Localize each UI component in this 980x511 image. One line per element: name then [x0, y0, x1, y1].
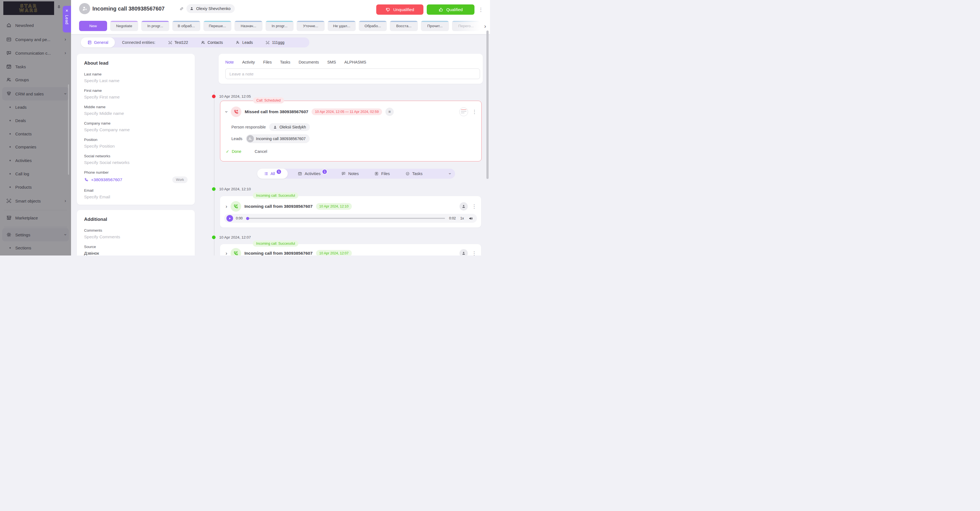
- filter-all[interactable]: All 5: [257, 169, 288, 179]
- stage-chip-new[interactable]: New: [79, 21, 107, 31]
- incoming-call-icon: [231, 201, 241, 212]
- cancel-button[interactable]: Cancel: [255, 149, 267, 154]
- note-card: Note Activity Files Tasks Documents SMS …: [219, 54, 483, 84]
- stage-chip-in-progress[interactable]: In progr...: [141, 21, 169, 31]
- feed-filter-bar: All 5 Activities 1 Notes Files Tasks ›: [257, 169, 455, 179]
- tab-alphasms[interactable]: ALPHASMS: [344, 60, 366, 64]
- card-kebab-menu[interactable]: ⋮: [472, 109, 477, 114]
- avatar[interactable]: [460, 249, 468, 256]
- field-comments[interactable]: Comments Specify Comments: [84, 228, 188, 239]
- copy-link-icon[interactable]: [179, 6, 184, 11]
- stage-chip-pereshe[interactable]: Переше...: [204, 21, 231, 31]
- unqualified-button[interactable]: Unqualified: [376, 5, 423, 15]
- play-button[interactable]: [226, 215, 233, 222]
- field-last-name[interactable]: Last name Specify Last name: [84, 72, 188, 83]
- timeline-dot-green: [212, 187, 216, 191]
- filter-tasks[interactable]: Tasks: [406, 172, 423, 176]
- avatar[interactable]: [460, 202, 468, 210]
- header-kebab-menu[interactable]: ⋮: [478, 7, 483, 12]
- tab-entity-111ggg[interactable]: 111ggg: [266, 40, 285, 45]
- stage-chip-negotiate[interactable]: Negotiate: [110, 21, 138, 31]
- person-icon: [189, 6, 194, 11]
- close-icon[interactable]: ✕: [65, 9, 68, 13]
- pipeline-stages: New Negotiate In progr... В обраб... Пер…: [79, 21, 486, 31]
- incoming-call-icon: [231, 248, 241, 256]
- filter-activities[interactable]: Activities 1: [298, 172, 327, 176]
- person-responsible-label: Person responsible: [231, 125, 266, 129]
- stage-chip-v-obrab[interactable]: В обраб...: [172, 21, 200, 31]
- lead-panel-tab[interactable]: ✕ Lead: [63, 6, 71, 32]
- chat-icon: [341, 172, 346, 176]
- expand-icon[interactable]: ›: [226, 251, 227, 256]
- list-icon: [264, 172, 268, 176]
- additional-card: Additional Comments Specify Comments Sou…: [77, 210, 195, 256]
- about-lead-card: About lead Last name Specify Last name F…: [77, 54, 195, 205]
- expand-icon[interactable]: ›: [226, 204, 227, 209]
- tab-files[interactable]: Files: [263, 60, 272, 64]
- field-company-name[interactable]: Company name Specify Company name: [84, 121, 188, 132]
- stage-chip-vossta[interactable]: Восста...: [390, 21, 418, 31]
- owner-pill[interactable]: Olexiy Shevchenko: [186, 4, 235, 13]
- thumbs-up-icon: [438, 7, 443, 12]
- tab-sms[interactable]: SMS: [328, 60, 336, 64]
- tab-entity-contacts[interactable]: Contacts: [201, 40, 223, 45]
- done-button[interactable]: ✓Done: [226, 149, 242, 154]
- stage-chip-utochne[interactable]: Уточне...: [297, 21, 325, 31]
- field-middle-name[interactable]: Middle name Specify Middle name: [84, 105, 188, 116]
- details-button[interactable]: =: [385, 108, 394, 116]
- filter-expand-icon[interactable]: ›: [447, 173, 452, 174]
- filter-files[interactable]: Files: [374, 172, 390, 176]
- call-time-pill: 10 Apr 2024, 12:10: [316, 203, 352, 210]
- tab-tasks[interactable]: Tasks: [280, 60, 290, 64]
- lead-reference-pill[interactable]: Incoming call 380938567607: [246, 134, 310, 143]
- qualified-button[interactable]: Qualified: [427, 5, 474, 15]
- note-input[interactable]: [225, 68, 480, 79]
- calendar-icon: [298, 172, 302, 176]
- additional-title: Additional: [84, 216, 188, 222]
- filter-notes[interactable]: Notes: [341, 172, 359, 176]
- timeline-dot-red: [212, 95, 216, 98]
- call-time-pill: 10 Apr 2024, 12:07: [316, 250, 352, 256]
- stage-chip-naznach[interactable]: Назнач...: [234, 21, 262, 31]
- field-source[interactable]: Source Дзвінок: [84, 245, 188, 256]
- tab-documents[interactable]: Documents: [299, 60, 319, 64]
- main-scrollbar[interactable]: [487, 30, 488, 179]
- about-lead-title: About lead: [84, 60, 188, 66]
- phone-number-link[interactable]: +380938567607: [84, 177, 123, 182]
- avatar[interactable]: [459, 107, 468, 116]
- tab-general[interactable]: General: [81, 37, 115, 48]
- incoming-call-card-1210: Incoming call: Successful › Incoming cal…: [220, 196, 481, 228]
- field-email[interactable]: Email Specify Email: [84, 188, 188, 199]
- tab-entity-test122[interactable]: Test122: [168, 40, 188, 45]
- timeline-dot-green: [212, 236, 216, 239]
- field-first-name[interactable]: First name Specify First name: [84, 89, 188, 100]
- call-status-badge: Incoming call: Successful: [253, 240, 298, 247]
- tab-entity-leads[interactable]: Leads: [235, 40, 253, 45]
- collapse-icon[interactable]: ›: [224, 111, 229, 113]
- tab-note[interactable]: Note: [225, 60, 234, 64]
- sidebar-dim-overlay: [0, 0, 71, 256]
- sidebar-scrollbar[interactable]: [68, 84, 69, 175]
- thumbs-down-icon: [385, 7, 390, 12]
- playback-speed[interactable]: 1x: [460, 216, 464, 220]
- person-responsible-pill[interactable]: Oleksii Siedykh: [269, 123, 310, 131]
- stage-chip-perego[interactable]: Перего...: [452, 21, 480, 31]
- stage-chip-prochit[interactable]: Прочит...: [421, 21, 449, 31]
- field-position[interactable]: Position Specify Position: [84, 138, 188, 149]
- card-kebab-menu[interactable]: ⋮: [472, 204, 477, 209]
- card-kebab-menu[interactable]: ⋮: [472, 251, 477, 256]
- person-up-icon: [235, 40, 240, 45]
- seek-bar[interactable]: [247, 218, 445, 219]
- tab-activity[interactable]: Activity: [242, 60, 255, 64]
- stage-chip-obrabo[interactable]: Обрабо...: [359, 21, 387, 31]
- sidebar: STAR WARS Newsfeed Company and pe... › C…: [0, 0, 71, 256]
- stage-chip-ne-udal[interactable]: Не удал...: [328, 21, 356, 31]
- stage-chip-in-progress-2[interactable]: In progr...: [266, 21, 294, 31]
- check-circle-icon: [406, 172, 410, 176]
- seek-thumb[interactable]: [246, 217, 249, 220]
- volume-icon[interactable]: [468, 216, 473, 221]
- person-icon: [273, 125, 277, 129]
- people-icon: [201, 40, 205, 45]
- field-social-networks[interactable]: Social networks Specify Social networks: [84, 154, 188, 165]
- stages-scroll-right-icon[interactable]: ›: [484, 23, 486, 29]
